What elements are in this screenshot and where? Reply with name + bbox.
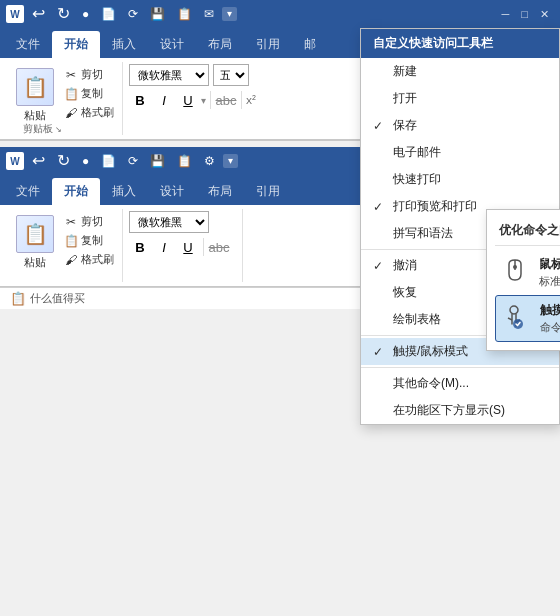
paste-label: 粘贴: [24, 108, 46, 123]
title-bar: W ↩ ↻ ● 📄 ⟳ 💾 📋 ✉ ▾ ─ □ ✕: [0, 0, 560, 28]
touch-mode-item[interactable]: 触摸 命令之间更大间距。针对触摸使用进行优化。: [495, 295, 560, 342]
refresh-btn[interactable]: ⟳: [124, 8, 142, 20]
dropdown-item-quickprint[interactable]: 快速打印: [361, 166, 559, 193]
copy-button-2[interactable]: 📋 复制: [62, 232, 116, 249]
save-tb-btn[interactable]: 💾: [146, 8, 169, 20]
tab-home[interactable]: 开始: [52, 31, 100, 58]
item-label-spell: 拼写和语法: [393, 225, 453, 242]
italic-button-2[interactable]: I: [153, 236, 175, 258]
clipboard-btn-2[interactable]: 📋: [173, 155, 196, 167]
format-separator2: [241, 91, 242, 109]
tab2-insert[interactable]: 插入: [100, 178, 148, 205]
copy-label: 复制: [81, 86, 103, 101]
strikethrough-button[interactable]: abc: [215, 89, 237, 111]
tab-design[interactable]: 设计: [148, 31, 196, 58]
subscript-superscript-btn[interactable]: X2: [246, 94, 256, 106]
doc-btn[interactable]: 📄: [97, 8, 120, 20]
clipboard-tb-btn[interactable]: 📋: [173, 8, 196, 20]
tab2-design[interactable]: 设计: [148, 178, 196, 205]
close-btn[interactable]: ✕: [535, 6, 554, 23]
doc-btn-2[interactable]: 📄: [97, 155, 120, 167]
customize-toolbar-btn[interactable]: ▾: [222, 7, 237, 21]
format-painter-label: 格式刷: [81, 105, 114, 120]
status-text: 什么值得买: [30, 291, 85, 306]
bold-button[interactable]: B: [129, 89, 151, 111]
clipboard-group-2: 📋 粘贴 ✂ 剪切 📋 复制 🖌 格式刷: [6, 209, 123, 282]
tab-layout[interactable]: 布局: [196, 31, 244, 58]
format-painter-icon: 🖌: [64, 106, 78, 120]
redo-btn[interactable]: ↻: [53, 6, 74, 22]
record-btn-2[interactable]: ●: [78, 155, 93, 167]
dropdown-item-showbelow[interactable]: 在功能区下方显示(S): [361, 397, 559, 424]
strikethrough-button-2[interactable]: abc: [208, 236, 230, 258]
tab2-reference[interactable]: 引用: [244, 178, 292, 205]
cut-button-2[interactable]: ✂ 剪切: [62, 213, 116, 230]
tab-reference[interactable]: 引用: [244, 31, 292, 58]
subdropdown-title: 优化命令之间的间距: [495, 218, 560, 246]
item-label-quickprint: 快速打印: [393, 171, 441, 188]
mouse-desc-text: 标准功能区和命令。针对鼠标使用进行: [539, 275, 560, 287]
bold-button-2[interactable]: B: [129, 236, 151, 258]
paste-button-2[interactable]: 📋 粘贴: [12, 213, 58, 272]
font-name-row: 微软雅黑 五号: [129, 64, 256, 86]
mail-tb-btn[interactable]: ✉: [200, 8, 218, 20]
format-painter-button-2[interactable]: 🖌 格式刷: [62, 251, 116, 268]
cut-icon-2: ✂: [64, 215, 78, 229]
item-label-redo: 恢复: [393, 284, 417, 301]
tab2-home[interactable]: 开始: [52, 178, 100, 205]
refresh-btn-2[interactable]: ⟳: [124, 155, 142, 167]
item-label-open: 打开: [393, 90, 417, 107]
tab-file[interactable]: 文件: [4, 31, 52, 58]
item-label-save: 保存: [393, 117, 417, 134]
font-name-select[interactable]: 微软雅黑: [129, 64, 209, 86]
record-btn[interactable]: ●: [78, 8, 93, 20]
item-label-undo: 撤消: [393, 257, 417, 274]
clipboard-expand-icon[interactable]: ↘: [55, 125, 62, 134]
tab2-layout[interactable]: 布局: [196, 178, 244, 205]
tab-insert[interactable]: 插入: [100, 31, 148, 58]
font-group: 微软雅黑 五号 B I U ▾ abc X2: [123, 62, 262, 135]
top-panel: W ↩ ↻ ● 📄 ⟳ 💾 📋 ✉ ▾ ─ □ ✕ 文件 开始 插入 设计 布局…: [0, 0, 560, 141]
mouse-mode-desc: 标准功能区和命令。针对鼠标使用进行优化。: [539, 274, 560, 289]
undo-btn-2[interactable]: ↩: [28, 153, 49, 169]
touch-mode-desc: 命令之间更大间距。针对触摸使用进行优化。: [540, 320, 560, 335]
redo-btn-2[interactable]: ↻: [53, 153, 74, 169]
clipboard-small-btns-2: ✂ 剪切 📋 复制 🖌 格式刷: [62, 213, 116, 268]
item-label-showbelow: 在功能区下方显示(S): [393, 402, 505, 419]
font-size-select[interactable]: 五号: [213, 64, 249, 86]
cut-button[interactable]: ✂ 剪切: [62, 66, 116, 83]
dropdown-item-new[interactable]: 新建: [361, 58, 559, 85]
tab2-file[interactable]: 文件: [4, 178, 52, 205]
dropdown-item-morecommands[interactable]: 其他命令(M)...: [361, 370, 559, 397]
dropdown-item-email[interactable]: 电子邮件: [361, 139, 559, 166]
gear-btn-2[interactable]: ⚙: [200, 155, 219, 167]
dropdown-item-save[interactable]: ✓ 保存: [361, 112, 559, 139]
clipboard-group-label: 剪贴板 ↘: [6, 122, 78, 136]
copy-button[interactable]: 📋 复制: [62, 85, 116, 102]
check-save: ✓: [373, 119, 387, 133]
minimize-btn[interactable]: ─: [497, 6, 515, 23]
item-label-email: 电子邮件: [393, 144, 441, 161]
clipboard-label: 剪贴板: [23, 122, 53, 136]
svg-point-2: [510, 306, 518, 314]
customize-btn-2[interactable]: ▾: [223, 154, 238, 168]
format-painter-icon-2: 🖌: [64, 253, 78, 267]
window-controls: ─ □ ✕: [497, 6, 554, 23]
maximize-btn[interactable]: □: [516, 6, 533, 23]
underline-button-2[interactable]: U: [177, 236, 199, 258]
paste-button[interactable]: 📋 粘贴: [12, 66, 58, 125]
copy-icon-2: 📋: [64, 234, 78, 248]
tab-mail[interactable]: 邮: [292, 31, 328, 58]
mouse-mode-item[interactable]: 鼠标 标准功能区和命令。针对鼠标使用进行优化。: [495, 250, 560, 295]
undo-btn[interactable]: ↩: [28, 6, 49, 22]
underline-dropdown[interactable]: ▾: [201, 95, 206, 106]
format-painter-button[interactable]: 🖌 格式刷: [62, 104, 116, 121]
touch-icon: [500, 302, 532, 334]
app-icon-2: W: [6, 152, 24, 170]
dropdown-item-open[interactable]: 打开: [361, 85, 559, 112]
paste-icon-2: 📋: [16, 215, 54, 253]
save-btn-2[interactable]: 💾: [146, 155, 169, 167]
font-name-select-2[interactable]: 微软雅黑: [129, 211, 209, 233]
italic-button[interactable]: I: [153, 89, 175, 111]
underline-button[interactable]: U: [177, 89, 199, 111]
